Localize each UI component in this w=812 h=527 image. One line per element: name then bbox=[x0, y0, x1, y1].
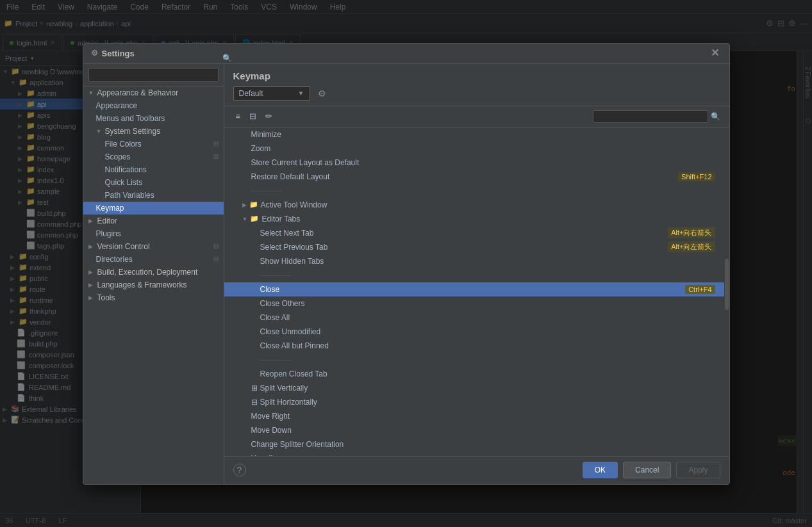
dropdown-label: Default bbox=[239, 89, 263, 98]
keymap-search-input[interactable] bbox=[593, 110, 708, 123]
km-expand-arrow-icon: ▼ bbox=[242, 216, 248, 222]
km-row-select-prev-tab[interactable]: Select Previous Tab Alt+向左箭头 bbox=[224, 240, 724, 254]
km-row-close-all-pinned[interactable]: Close All but Pinned bbox=[224, 339, 724, 353]
km-expand-arrow-icon: ▶ bbox=[242, 202, 247, 208]
km-label: Move Down bbox=[251, 426, 715, 435]
cancel-button[interactable]: Cancel bbox=[623, 462, 671, 478]
settings-item-menus-toolbars[interactable]: Menus and Toolbars bbox=[83, 112, 224, 125]
km-separator: ------------ bbox=[260, 355, 715, 364]
toolbar-expand-all-icon[interactable]: ≡ bbox=[233, 110, 244, 122]
km-shortcut: Alt+向右箭头 bbox=[668, 227, 715, 238]
km-row-zoom[interactable]: Zoom bbox=[224, 142, 724, 156]
settings-item-label: Keymap bbox=[96, 204, 124, 213]
settings-item-notifications[interactable]: Notifications bbox=[83, 163, 224, 176]
km-row-split-horizontally[interactable]: ⊟ Split Horizontally bbox=[224, 395, 724, 409]
km-row-move-right[interactable]: Move Right bbox=[224, 409, 724, 423]
arrow-icon: ▶ bbox=[88, 218, 95, 224]
settings-item-label: Quick Lists bbox=[105, 178, 143, 187]
km-row-sep2: ------------ bbox=[224, 268, 724, 282]
settings-item-label: Scopes bbox=[105, 152, 131, 161]
settings-item-label: Editor bbox=[97, 216, 117, 225]
km-row-close-all[interactable]: Close All bbox=[224, 311, 724, 325]
arrow-icon: ▼ bbox=[96, 128, 103, 134]
km-label: Store Current Layout as Default bbox=[251, 158, 715, 167]
settings-item-label: Tools bbox=[97, 293, 115, 302]
settings-item-label: Menus and Toolbars bbox=[96, 114, 165, 123]
settings-item-file-colors[interactable]: File Colors ⊟ bbox=[83, 138, 224, 150]
km-row-split-vertically[interactable]: ⊞ Split Vertically bbox=[224, 381, 724, 395]
help-button[interactable]: ? bbox=[233, 464, 246, 476]
km-row-restore-layout[interactable]: Restore Default Layout Shift+F12 bbox=[224, 170, 724, 184]
settings-search-input[interactable] bbox=[88, 68, 219, 82]
km-row-reopen-closed[interactable]: Reopen Closed Tab bbox=[224, 367, 724, 381]
settings-item-label: File Colors bbox=[105, 140, 142, 149]
settings-right-panel: Keymap Default ▼ ⚙ ≡ ⊟ ✏ bbox=[224, 64, 729, 484]
km-row-close-others[interactable]: Close Others bbox=[224, 296, 724, 311]
modal-overlay: ⚙ Settings ✕ 🔍 ▼ Appearance & Behavior bbox=[0, 0, 812, 527]
settings-item-label: Appearance & Behavior bbox=[97, 88, 179, 97]
km-shortcut: Alt+向左箭头 bbox=[668, 241, 715, 252]
km-row-store-layout[interactable]: Store Current Layout as Default bbox=[224, 156, 724, 170]
settings-search: 🔍 bbox=[83, 64, 224, 86]
arrow-icon: ▶ bbox=[88, 295, 95, 301]
settings-item-appearance-behavior[interactable]: ▼ Appearance & Behavior bbox=[83, 86, 224, 99]
km-row-minimize[interactable]: Minimize bbox=[224, 127, 724, 142]
km-label: Move Right bbox=[251, 412, 715, 421]
settings-item-editor[interactable]: ▶ Editor bbox=[83, 215, 224, 227]
km-row-move-down[interactable]: Move Down bbox=[224, 423, 724, 437]
settings-item-quick-lists[interactable]: Quick Lists bbox=[83, 176, 224, 189]
settings-item-languages-frameworks[interactable]: ▶ Languages & Frameworks bbox=[83, 279, 224, 291]
km-label: Close Others bbox=[260, 299, 715, 308]
arrow-icon: ▶ bbox=[88, 269, 95, 275]
keymap-content[interactable]: Minimize Zoom Store Current Layout as De… bbox=[224, 127, 724, 456]
scrollbar-thumb bbox=[725, 259, 729, 310]
settings-item-label: Build, Execution, Deployment bbox=[97, 268, 198, 277]
settings-item-label: Version Control bbox=[97, 242, 150, 251]
settings-item-build-execution[interactable]: ▶ Build, Execution, Deployment bbox=[83, 266, 224, 279]
settings-item-appearance[interactable]: Appearance bbox=[83, 99, 224, 112]
search-shortcut-icon[interactable]: 🔍 bbox=[711, 112, 720, 121]
km-label: Change Splitter Orientation bbox=[251, 440, 715, 449]
settings-item-directories[interactable]: Directories ⊟ bbox=[83, 253, 224, 266]
km-row-unsplit[interactable]: Unsplit bbox=[224, 451, 724, 456]
settings-tree: ▼ Appearance & Behavior Appearance Menus… bbox=[83, 86, 224, 484]
settings-item-path-variables[interactable]: Path Variables bbox=[83, 189, 224, 202]
settings-item-system-settings[interactable]: ▼ System Settings bbox=[83, 125, 224, 138]
toolbar-edit-icon[interactable]: ✏ bbox=[263, 110, 275, 122]
km-row-close-unmodified[interactable]: Close Unmodified bbox=[224, 325, 724, 339]
km-row-show-hidden-tabs[interactable]: Show Hidden Tabs bbox=[224, 254, 724, 268]
km-row-sep1: ------------ bbox=[224, 184, 724, 198]
settings-item-keymap[interactable]: Keymap bbox=[83, 202, 224, 215]
km-row-change-splitter[interactable]: Change Splitter Orientation bbox=[224, 437, 724, 451]
settings-item-plugins[interactable]: Plugins bbox=[83, 227, 224, 240]
km-label: Close All bbox=[260, 313, 715, 322]
keymap-scrollbar[interactable] bbox=[724, 127, 729, 456]
settings-item-tools[interactable]: ▶ Tools bbox=[83, 291, 224, 304]
ok-button[interactable]: OK bbox=[583, 462, 618, 478]
settings-item-scopes[interactable]: Scopes ⊟ bbox=[83, 150, 224, 163]
km-label: Close Unmodified bbox=[260, 327, 715, 336]
settings-item-version-control[interactable]: ▶ Version Control ⊟ bbox=[83, 240, 224, 253]
km-label: Select Previous Tab bbox=[260, 243, 668, 252]
km-row-sep3: ------------ bbox=[224, 353, 724, 367]
arrow-icon: ▶ bbox=[88, 243, 95, 250]
km-row-select-next-tab[interactable]: Select Next Tab Alt+向右箭头 bbox=[224, 226, 724, 240]
km-label: Close All but Pinned bbox=[260, 341, 715, 350]
dialog-close-button[interactable]: ✕ bbox=[709, 48, 722, 58]
settings-left-panel: 🔍 ▼ Appearance & Behavior Appearance Men… bbox=[83, 64, 224, 484]
toolbar-collapse-all-icon[interactable]: ⊟ bbox=[247, 110, 259, 122]
km-shortcut: Shift+F12 bbox=[678, 172, 715, 181]
keymap-dropdown[interactable]: Default ▼ bbox=[233, 86, 310, 101]
settings-item-label: Plugins bbox=[96, 229, 121, 238]
apply-button[interactable]: Apply bbox=[676, 462, 720, 478]
km-row-close[interactable]: Close Ctrl+F4 bbox=[224, 282, 724, 296]
arrow-icon: ▼ bbox=[88, 90, 95, 96]
keymap-gear-button[interactable]: ⚙ bbox=[315, 87, 329, 100]
dialog-footer: ? OK Cancel Apply bbox=[224, 456, 729, 484]
settings-item-label: Appearance bbox=[96, 101, 138, 110]
keymap-title: Keymap bbox=[233, 70, 720, 81]
km-row-editor-tabs[interactable]: ▼ 📁 Editor Tabs bbox=[224, 212, 724, 226]
settings-item-label: System Settings bbox=[105, 127, 161, 136]
km-row-active-tool-window[interactable]: ▶ 📁 Active Tool Window bbox=[224, 198, 724, 212]
km-label: Minimize bbox=[251, 130, 715, 139]
